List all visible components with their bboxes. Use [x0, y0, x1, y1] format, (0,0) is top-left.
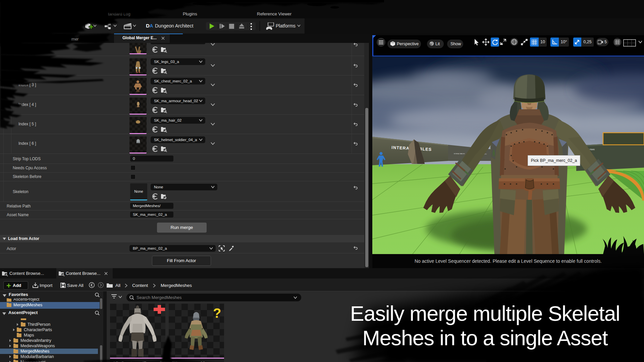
- svg-text:rner: rner: [71, 37, 78, 42]
